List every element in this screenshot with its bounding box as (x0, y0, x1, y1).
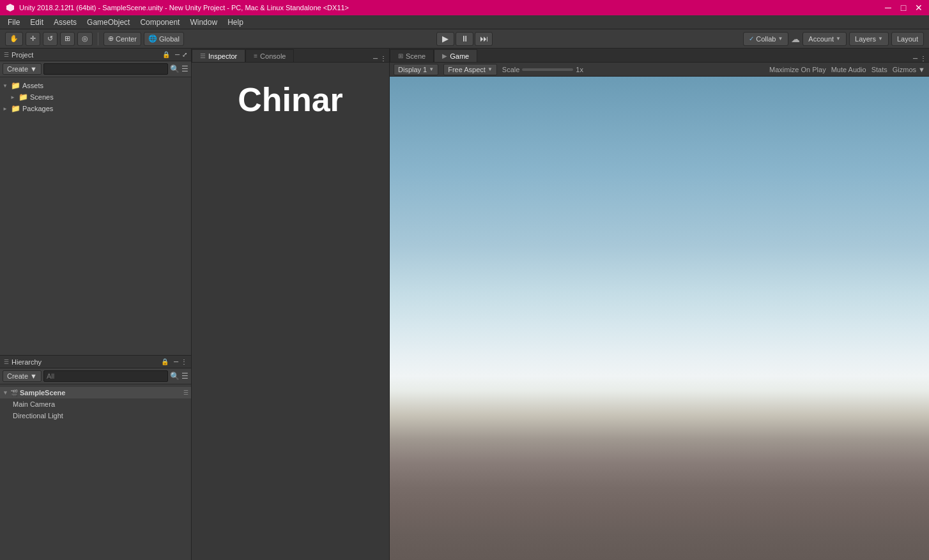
collab-dropdown-icon: ▼ (778, 36, 783, 42)
rotate-tool-button[interactable]: ↺ (43, 32, 58, 46)
svg-marker-0 (6, 4, 14, 11)
scenes-folder[interactable]: ► 📁 Scenes (0, 91, 191, 103)
stats-button[interactable]: Stats (871, 66, 887, 73)
inspector-minimize[interactable]: ─ (373, 55, 378, 62)
layout-label: Layout (897, 35, 918, 43)
layers-label: Layers (855, 35, 876, 43)
hierarchy-panel-minimize[interactable]: ─ (174, 358, 178, 365)
project-create-button[interactable]: Create ▼ (3, 63, 42, 75)
directional-light-item[interactable]: Directional Light (0, 410, 191, 421)
menu-assets[interactable]: Assets (49, 17, 82, 28)
hierarchy-search-input[interactable] (43, 370, 168, 382)
game-tab[interactable]: ▶ Game (434, 49, 477, 62)
title-bar: Unity 2018.2.12f1 (64bit) - SampleScene.… (0, 0, 929, 15)
center-panel: ☰ Inspector ≡ Console ─ ⋮ Chinar (192, 49, 390, 560)
hierarchy-panel-header: ☰ Hierarchy 🔒 ─ ⋮ (0, 356, 191, 368)
hierarchy-panel-icon: ☰ (4, 359, 9, 365)
inspector-dots[interactable]: ⋮ (380, 55, 387, 62)
assets-folder-icon: 📁 (11, 81, 20, 90)
menu-edit[interactable]: Edit (25, 17, 49, 28)
console-tab[interactable]: ≡ Console (245, 49, 294, 62)
packages-folder[interactable]: ► 📁 Packages (0, 103, 191, 114)
game-toolbar: Display 1 ▼ Free Aspect ▼ Scale 1x Maxim… (390, 63, 929, 77)
console-tab-label: Console (260, 52, 286, 60)
pause-button[interactable]: ⏸ (456, 32, 473, 46)
scale-bar: Scale 1x (502, 66, 764, 73)
scenes-arrow: ► (10, 95, 17, 100)
main-content: ☰ Project 🔒 ─ ⤢ Create ▼ 🔍 ☰ ▼ 📁 Assets (0, 49, 929, 560)
project-panel-lock[interactable]: 🔒 (162, 51, 170, 58)
packages-label: Packages (22, 105, 53, 112)
window-title: Unity 2018.2.12f1 (64bit) - SampleScene.… (19, 4, 883, 11)
project-panel-content: ▼ 📁 Assets ► 📁 Scenes ► 📁 Packages (0, 77, 191, 355)
minimize-button[interactable]: ─ (883, 3, 893, 13)
scale-slider[interactable] (522, 68, 573, 71)
menu-component[interactable]: Component (135, 17, 185, 28)
mute-audio-button[interactable]: Mute Audio (831, 66, 866, 73)
aspect-label: Free Aspect (448, 66, 486, 73)
layers-button[interactable]: Layers ▼ (849, 32, 889, 46)
inspector-tab-bar: ☰ Inspector ≡ Console ─ ⋮ (192, 49, 389, 63)
scene-expand-arrow: ▼ (3, 390, 8, 396)
step-button[interactable]: ⏭ (475, 32, 493, 46)
menu-window[interactable]: Window (185, 17, 222, 28)
project-panel-minimize[interactable]: ─ (175, 51, 180, 58)
hierarchy-scene-row[interactable]: ▼ 🎬 SampleScene ☰ (0, 387, 191, 398)
move-tool-button[interactable]: ✛ (26, 32, 40, 46)
hierarchy-create-button[interactable]: Create ▼ (3, 370, 42, 382)
layout-button[interactable]: Layout (891, 32, 924, 46)
menu-file[interactable]: File (3, 17, 25, 28)
collab-button[interactable]: ✓ Collab ▼ (743, 32, 788, 46)
aspect-dropdown[interactable]: Free Aspect ▼ (443, 64, 497, 75)
play-button[interactable]: ▶ (436, 32, 454, 46)
project-search-icon[interactable]: 🔍 (170, 64, 180, 73)
project-panel-controls: Create ▼ 🔍 ☰ (0, 61, 191, 77)
assets-arrow: ▼ (3, 83, 9, 89)
menu-gameobject[interactable]: GameObject (82, 17, 135, 28)
maximize-button[interactable]: □ (898, 3, 909, 13)
hierarchy-scene-menu[interactable]: ☰ (183, 390, 188, 396)
scenes-folder-icon: 📁 (19, 93, 28, 102)
project-search-input[interactable] (43, 63, 168, 75)
game-right-controls: Maximize On Play Mute Audio Stats Gizmos… (769, 66, 925, 73)
account-label: Account (808, 35, 834, 43)
rect-tool-button[interactable]: ◎ (77, 32, 93, 46)
gizmos-button[interactable]: Gizmos ▼ (893, 66, 925, 73)
scene-tab-icon: ⊞ (398, 52, 403, 59)
display-dropdown[interactable]: Display 1 ▼ (394, 64, 438, 75)
maximize-on-play-button[interactable]: Maximize On Play (769, 66, 826, 73)
center-pivot-button[interactable]: ⊕ Center (104, 32, 141, 46)
packages-arrow: ► (3, 106, 9, 112)
inspector-tab[interactable]: ☰ Inspector (192, 49, 245, 62)
console-tab-icon: ≡ (254, 52, 257, 59)
display-label: Display 1 (398, 66, 427, 73)
account-button[interactable]: Account ▼ (802, 32, 847, 46)
project-panel-expand[interactable]: ⤢ (182, 51, 187, 58)
hierarchy-panel-lock[interactable]: 🔒 (161, 358, 169, 365)
hierarchy-panel-dots[interactable]: ⋮ (181, 358, 187, 365)
game-minimize[interactable]: ─ (913, 55, 917, 62)
project-filter-icon[interactable]: ☰ (181, 64, 188, 73)
hierarchy-panel-controls: Create ▼ 🔍 ☰ (0, 368, 191, 384)
hierarchy-panel-title: Hierarchy (12, 358, 42, 366)
center-icon: ⊕ (108, 34, 114, 43)
hierarchy-filter-icon[interactable]: ☰ (181, 372, 188, 381)
collab-check-icon: ✓ (749, 35, 754, 42)
global-local-button[interactable]: 🌐 Global (144, 32, 184, 46)
scene-name-label: SampleScene (20, 389, 66, 397)
menu-help[interactable]: Help (222, 17, 249, 28)
scene-tab[interactable]: ⊞ Scene (390, 49, 434, 62)
hand-tool-button[interactable]: ✋ (5, 32, 23, 46)
main-camera-item[interactable]: Main Camera (0, 398, 191, 410)
cloud-button[interactable]: ☁ (791, 34, 800, 44)
layers-dropdown-icon: ▼ (878, 36, 883, 42)
left-panel: ☰ Project 🔒 ─ ⤢ Create ▼ 🔍 ☰ ▼ 📁 Assets (0, 49, 192, 560)
hierarchy-create-label: Create ▼ (7, 372, 37, 380)
packages-folder-icon: 📁 (11, 104, 20, 113)
assets-folder[interactable]: ▼ 📁 Assets (0, 80, 191, 91)
scale-tool-button[interactable]: ⊞ (60, 32, 75, 46)
assets-label: Assets (22, 82, 43, 89)
close-button[interactable]: ✕ (914, 3, 924, 13)
hierarchy-search-icon[interactable]: 🔍 (170, 372, 180, 381)
game-dots[interactable]: ⋮ (920, 55, 926, 62)
